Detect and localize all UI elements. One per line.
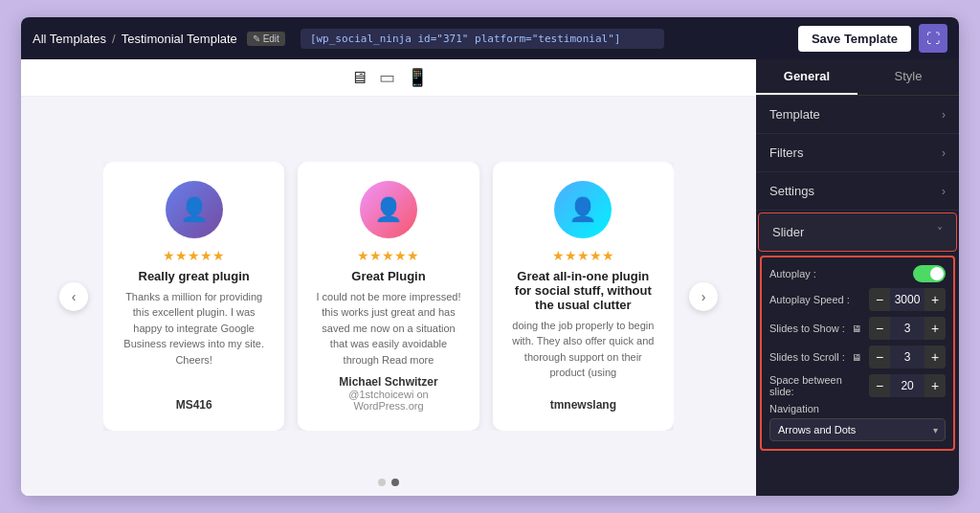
fullscreen-button[interactable]: ⛶ [919, 24, 947, 53]
space-between-row: Space between slide: − 20 + [769, 374, 946, 397]
testimonial-card: 👤 ★★★★★ Great Plugin I could not be more… [298, 162, 479, 432]
card-author: MS416 [176, 398, 212, 412]
testimonial-card: 👤 ★★★★★ Really great plugin Thanks a mil… [103, 162, 284, 432]
shortcode-box[interactable]: [wp_social_ninja id="371" platform="test… [301, 29, 664, 49]
prev-button[interactable]: ‹ [59, 282, 88, 311]
breadcrumb-current: Testimonial Template [122, 32, 237, 46]
navigation-section: Navigation Arrows and Dots Arrows Only D… [769, 403, 946, 441]
chevron-icon: › [942, 185, 946, 198]
section-label-settings: Settings [769, 184, 814, 198]
slides-to-scroll-value: 3 [890, 350, 924, 364]
next-button[interactable]: › [689, 282, 718, 311]
edit-badge[interactable]: ✎ Edit [247, 32, 285, 46]
space-between-decrease[interactable]: − [869, 374, 890, 397]
slider-subpanel: Autoplay : Autoplay Speed : − 3000 + [760, 256, 955, 451]
section-settings[interactable]: Settings › [756, 172, 959, 211]
chevron-icon: › [942, 108, 946, 122]
slides-to-show-row: Slides to Show : 🖥 − 3 + [769, 317, 946, 340]
toggle-knob [930, 267, 944, 280]
breadcrumb: All Templates / Testimonial Template ✎ E… [33, 32, 285, 46]
slides-to-show-decrease[interactable]: − [869, 317, 890, 340]
slides-to-scroll-row: Slides to Scroll : 🖥 − 3 + [769, 346, 946, 368]
navigation-select[interactable]: Arrows and Dots Arrows Only Dots Only No… [769, 418, 946, 441]
autoplay-speed-label: Autoplay Speed : [769, 294, 850, 305]
autoplay-row: Autoplay : [769, 265, 946, 282]
fullscreen-icon: ⛶ [926, 31, 940, 46]
main-container: All Templates / Testimonial Template ✎ E… [21, 17, 959, 496]
slides-to-scroll-increase[interactable]: + [924, 346, 946, 368]
avatar: 👤 [166, 181, 223, 238]
mobile-icon[interactable]: 📱 [407, 67, 428, 88]
card-text: doing the job properly to begin with. Th… [508, 318, 658, 391]
autoplay-speed-increase[interactable]: + [924, 288, 946, 311]
avatar: 👤 [360, 181, 417, 238]
slides-to-scroll-decrease[interactable]: − [869, 346, 890, 368]
autoplay-speed-row: Autoplay Speed : − 3000 + [769, 288, 946, 311]
tablet-icon[interactable]: ▭ [379, 67, 395, 88]
card-author: Michael Schwitzer [339, 375, 437, 389]
avatar: 👤 [554, 181, 612, 238]
card-title: Great Plugin [351, 269, 425, 283]
breadcrumb-all[interactable]: All Templates [33, 32, 106, 46]
section-template[interactable]: Template › [756, 96, 959, 134]
card-author: tmnewslang [550, 398, 616, 412]
section-filters[interactable]: Filters › [756, 134, 959, 172]
card-title: Really great plugin [139, 269, 250, 283]
section-label-filters: Filters [769, 145, 803, 160]
section-slider[interactable]: Slider ˅ [758, 212, 957, 252]
tab-general[interactable]: General [756, 59, 858, 95]
breadcrumb-separator: / [112, 32, 116, 46]
stars: ★★★★★ [357, 248, 419, 263]
space-between-input: − 20 + [869, 374, 946, 397]
monitor-icon: 🖥 [852, 352, 861, 363]
navigation-select-wrapper: Arrows and Dots Arrows Only Dots Only No… [769, 418, 946, 441]
cards-container: 👤 ★★★★★ Really great plugin Thanks a mil… [103, 162, 674, 432]
slides-to-show-increase[interactable]: + [924, 317, 946, 340]
monitor-icon: 🖥 [852, 323, 861, 334]
tab-style[interactable]: Style [858, 59, 959, 95]
slides-to-scroll-label: Slides to Scroll : 🖥 [769, 351, 861, 363]
space-between-label: Space between slide: [769, 374, 869, 397]
card-text: Thanks a million for providing this exce… [119, 289, 269, 391]
dot[interactable] [378, 479, 386, 486]
content-area: 🖥 ▭ 📱 ‹ 👤 ★★★★★ Really great plugin Than… [21, 59, 959, 496]
card-text: I could not be more impressed! this work… [313, 289, 463, 368]
slides-to-scroll-input: − 3 + [869, 346, 946, 368]
section-label-slider: Slider [772, 225, 804, 239]
autoplay-toggle[interactable] [913, 265, 946, 282]
preview-panel: 🖥 ▭ 📱 ‹ 👤 ★★★★★ Really great plugin Than… [21, 59, 756, 496]
slides-to-show-label: Slides to Show : 🖥 [769, 323, 861, 334]
slides-to-show-input: − 3 + [869, 317, 946, 340]
space-between-increase[interactable]: + [924, 374, 946, 397]
stars: ★★★★★ [552, 248, 614, 263]
chevron-icon: › [942, 146, 946, 160]
card-handle: @1stchoicewi on WordPress.org [313, 389, 463, 412]
stars: ★★★★★ [163, 248, 225, 263]
tabs-row: General Style [756, 59, 959, 96]
slides-to-show-value: 3 [890, 322, 924, 335]
autoplay-speed-decrease[interactable]: − [869, 288, 890, 311]
header-right: Save Template ⛶ [798, 24, 947, 53]
device-bar: 🖥 ▭ 📱 [21, 59, 756, 97]
chevron-icon: ˅ [937, 226, 943, 239]
autoplay-speed-input: − 3000 + [869, 288, 946, 311]
space-between-value: 20 [890, 379, 924, 392]
testimonial-card: 👤 ★★★★★ Great all-in-one plugin for soci… [493, 162, 674, 432]
save-template-button[interactable]: Save Template [798, 26, 911, 52]
navigation-label: Navigation [769, 403, 946, 414]
dot-active[interactable] [391, 479, 399, 486]
section-label-template: Template [769, 107, 820, 122]
autoplay-label: Autoplay : [769, 268, 816, 279]
panel-sections: Template › Filters › Settings › Slider ˅ [756, 96, 959, 496]
desktop-icon[interactable]: 🖥 [350, 68, 368, 88]
autoplay-speed-value: 3000 [890, 293, 924, 306]
card-title: Great all-in-one plugin for social stuff… [508, 269, 658, 312]
slider-area: ‹ 👤 ★★★★★ Really great plugin Thanks a m… [21, 97, 756, 496]
header: All Templates / Testimonial Template ✎ E… [21, 17, 959, 59]
slider-dots [378, 479, 399, 486]
right-panel: General Style Template › Filters › Setti… [756, 59, 959, 496]
